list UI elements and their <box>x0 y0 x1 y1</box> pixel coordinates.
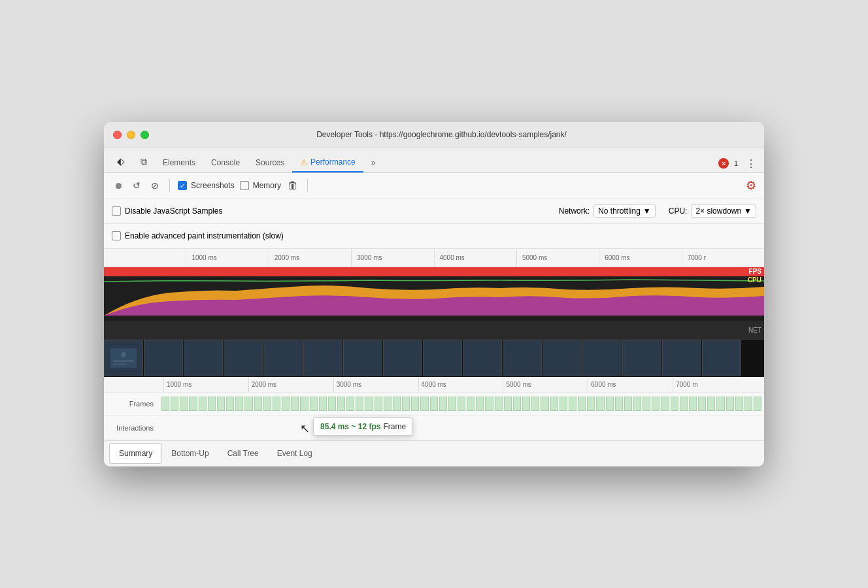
close-button[interactable] <box>113 131 122 139</box>
ruler-mark-3: 3000 ms <box>351 249 433 267</box>
tab-more[interactable]: » <box>363 154 384 172</box>
frame-block <box>402 397 410 411</box>
frame-block <box>652 397 659 411</box>
settings-button[interactable]: ⚙ <box>746 179 756 192</box>
frame-block <box>587 397 595 411</box>
tab-sources[interactable]: Sources <box>248 154 292 172</box>
frame-block <box>199 397 207 411</box>
warn-icon: ⚠ <box>300 157 308 167</box>
frame-block <box>707 397 715 411</box>
cpu-svg <box>104 276 764 316</box>
frame-block <box>606 397 614 411</box>
frame-block <box>217 397 225 411</box>
frame-block <box>476 397 484 411</box>
frame-block <box>244 397 252 411</box>
frame-block <box>671 397 678 411</box>
tab-call-tree[interactable]: Call Tree <box>218 444 268 463</box>
tabs-bar: ⬖ ⧉ Elements Console Sources ⚠ Performan… <box>104 148 764 173</box>
frame-block <box>698 397 706 411</box>
divider <box>169 179 170 192</box>
frame-block <box>513 397 521 411</box>
frame-block <box>624 397 632 411</box>
disable-js-checkbox[interactable] <box>112 206 121 216</box>
tab-performance[interactable]: ⚠ Performance <box>292 154 363 172</box>
chart-area[interactable]: FPS CPU NET <box>104 267 764 339</box>
tab-event-log[interactable]: Event Log <box>268 444 322 463</box>
frame-block <box>365 397 373 411</box>
frame-block <box>337 397 345 411</box>
frame-block <box>726 397 734 411</box>
frame-block <box>171 397 178 411</box>
cursor-tool[interactable]: ⬖ <box>109 152 133 172</box>
frame-block <box>384 397 392 411</box>
error-icon: ✕ <box>718 158 729 169</box>
devtools-window: Developer Tools - https://googlechrome.g… <box>104 122 764 466</box>
options-row2: Enable advanced paint instrumentation (s… <box>104 224 764 249</box>
frame-tooltip: 85.4 ms ~ 12 fps Frame <box>313 417 413 436</box>
frame-block <box>393 397 401 411</box>
tab-bottom-up[interactable]: Bottom-Up <box>162 444 218 463</box>
frames-label: Frames <box>107 400 159 408</box>
reload-button[interactable]: ↺ <box>130 179 143 192</box>
window-title: Developer Tools - https://googlechrome.g… <box>128 130 755 139</box>
cpu-chart <box>104 276 764 316</box>
frame-block <box>504 397 512 411</box>
ruler2-mark-6: 6000 ms <box>588 377 673 392</box>
ruler2-mark-5: 5000 ms <box>503 377 588 392</box>
frame-block <box>458 397 465 411</box>
fps-bar <box>104 267 764 276</box>
screenshot-2 <box>184 340 223 376</box>
screenshot-3 <box>224 340 263 376</box>
trash-button[interactable]: 🗑 <box>286 179 299 192</box>
cpu-dropdown[interactable]: 2× slowdown ▼ <box>691 204 756 218</box>
screenshot-0 <box>104 340 143 376</box>
frame-block <box>226 397 234 411</box>
device-toggle[interactable]: ⧉ <box>133 152 155 172</box>
svg-rect-3 <box>113 363 126 365</box>
screenshot-14 <box>662 340 701 376</box>
frame-block <box>578 397 586 411</box>
timeline-ruler: 1000 ms 2000 ms 3000 ms 4000 ms 5000 ms … <box>104 249 764 267</box>
ruler-mark-4: 4000 ms <box>434 249 516 267</box>
frame-block <box>420 397 428 411</box>
screenshot-12 <box>582 340 622 376</box>
frame-block <box>300 397 308 411</box>
frame-block <box>716 397 724 411</box>
frames-row: Frames <box>104 393 764 416</box>
frame-block <box>744 397 752 411</box>
tab-summary[interactable]: Summary <box>109 443 162 464</box>
ruler-mark-7: 7000 r <box>682 249 764 267</box>
frame-block <box>180 397 188 411</box>
frame-block <box>495 397 503 411</box>
frame-block <box>559 397 567 411</box>
frame-block <box>235 397 243 411</box>
frame-block <box>735 397 743 411</box>
screenshot-icon <box>110 348 137 368</box>
frame-block <box>689 397 697 411</box>
network-label: Network: <box>559 206 590 216</box>
record-button[interactable]: ⏺ <box>112 179 125 192</box>
memory-checkbox[interactable] <box>240 181 249 190</box>
frame-block <box>448 397 456 411</box>
screenshot-9 <box>463 340 502 376</box>
frame-block <box>328 397 336 411</box>
disable-js-label: Disable JavaScript Samples <box>125 206 222 216</box>
more-button[interactable]: ⋮ <box>743 157 759 170</box>
frame-block <box>754 397 761 411</box>
advanced-paint-checkbox[interactable] <box>112 231 121 240</box>
tab-elements[interactable]: Elements <box>155 154 203 172</box>
svg-point-1 <box>121 352 126 357</box>
ruler-mark-0 <box>104 249 186 267</box>
options-row: Disable JavaScript Samples Network: No t… <box>104 199 764 224</box>
screenshots-checkbox[interactable] <box>178 181 187 190</box>
frame-block <box>375 397 382 411</box>
network-dropdown[interactable]: No throttling ▼ <box>593 204 656 218</box>
memory-label: Memory <box>253 181 281 190</box>
frame-block <box>680 397 688 411</box>
cursor-icon: ↖ <box>300 421 310 436</box>
tab-console[interactable]: Console <box>203 154 248 172</box>
ruler-mark-1: 1000 ms <box>186 249 268 267</box>
timeline-ruler2: 1000 ms 2000 ms 3000 ms 4000 ms 5000 ms … <box>104 377 764 393</box>
screenshots-strip <box>104 339 764 377</box>
clear-button[interactable]: ⊘ <box>148 179 161 192</box>
